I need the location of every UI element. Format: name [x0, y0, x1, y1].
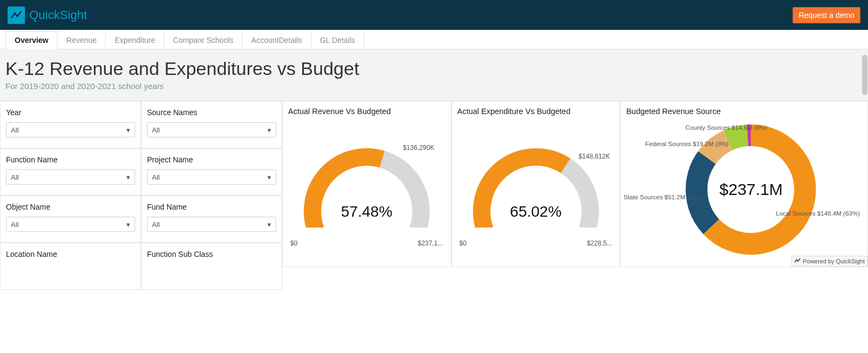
chevron-down-icon: ▾: [267, 126, 271, 134]
panel-title-revenue-source: Budgeted Revenue Source: [626, 107, 862, 116]
donut-revenue-source: $237.1M County Sources $14.6M (6%) Feder…: [626, 119, 862, 260]
filters-grid: Year All ▾ Source Names All ▾ Function N…: [0, 101, 282, 267]
filter-location-name: Location Name: [0, 243, 141, 290]
filter-function-name-value: All: [11, 173, 18, 181]
chevron-down-icon: ▾: [126, 220, 130, 229]
donut-label-state: State Sources $51.2M (22%): [623, 194, 678, 201]
filter-function-sub-class: Function Sub Class: [141, 243, 282, 290]
filter-object-name-value: All: [11, 220, 18, 229]
filter-function-name-label: Function Name: [6, 155, 135, 164]
tab-gl-details[interactable]: GL Details: [311, 31, 365, 49]
filter-function-sub-class-label: Function Sub Class: [147, 250, 276, 259]
donut-center-total: $237.1M: [719, 180, 783, 199]
filter-source-names: Source Names All ▾: [141, 101, 282, 148]
panel-actual-revenue-gauge: Actual Revenue Vs Budgeted $136,290K 57.…: [282, 101, 451, 267]
gauge-expenditure-max: $228,5...: [587, 239, 612, 247]
filter-object-name-dropdown[interactable]: All ▾: [6, 217, 135, 232]
filter-project-name-value: All: [152, 173, 159, 181]
gauge-expenditure-value-label: $148,612K: [578, 153, 610, 160]
tab-compare-schools[interactable]: Compare Schools: [164, 31, 242, 49]
donut-label-county: County Sources $14.6M (6%): [680, 124, 767, 131]
page-title: K-12 Revenue and Expenditures vs Budget: [5, 58, 863, 79]
gauge-expenditure-min: $0: [459, 239, 467, 247]
gauge-revenue-max: $237,1...: [418, 239, 443, 247]
filter-location-name-label: Location Name: [6, 250, 135, 259]
donut-label-federal: Federal Sources $19.2M (8%): [645, 141, 721, 148]
gauge-revenue-min: $0: [290, 239, 297, 247]
filter-source-names-label: Source Names: [147, 108, 276, 117]
panel-title-revenue: Actual Revenue Vs Budgeted: [288, 107, 445, 116]
chevron-down-icon: ▾: [267, 220, 271, 229]
page-subtitle: For 2019-2020 and 2020-2021 school years: [5, 81, 863, 91]
title-block: K-12 Revenue and Expenditures vs Budget …: [0, 49, 868, 101]
filter-project-name: Project Name All ▾: [141, 148, 282, 196]
filter-fund-name-dropdown[interactable]: All ▾: [147, 217, 276, 232]
tab-bar: Overview Revenue Expenditure Compare Sch…: [0, 30, 868, 49]
gauge-expenditure-percent: 65.02%: [457, 203, 615, 220]
filter-function-name: Function Name All ▾: [0, 148, 141, 196]
filter-source-names-dropdown[interactable]: All ▾: [147, 122, 276, 137]
scrollbar-thumb[interactable]: [862, 55, 867, 95]
tab-expenditure[interactable]: Expenditure: [106, 31, 164, 49]
filter-fund-name-label: Fund Name: [147, 203, 276, 211]
panel-actual-expenditure-gauge: Actual Expenditure Vs Budgeted $148,612K…: [451, 101, 621, 267]
donut-label-local: Local Sources $148.4M (63%): [776, 210, 860, 217]
filter-object-name: Object Name All ▾: [0, 196, 141, 243]
quicksight-mini-icon: [794, 257, 801, 265]
filter-fund-name-value: All: [152, 220, 159, 229]
powered-by-badge: Powered by QuickSight: [792, 256, 867, 267]
brand-name: QuickSight: [29, 8, 87, 22]
chevron-down-icon: ▾: [267, 173, 271, 181]
tab-revenue[interactable]: Revenue: [58, 31, 106, 49]
chevron-down-icon: ▾: [126, 126, 130, 134]
filter-function-name-dropdown[interactable]: All ▾: [6, 169, 135, 185]
top-bar: QuickSight Request a demo: [0, 0, 868, 30]
gauge-revenue-value-label: $136,290K: [403, 144, 435, 152]
tab-overview[interactable]: Overview: [5, 31, 58, 49]
filter-year-dropdown[interactable]: All ▾: [6, 122, 135, 137]
filter-project-name-dropdown[interactable]: All ▾: [147, 169, 276, 185]
filter-year: Year All ▾: [0, 101, 141, 148]
chevron-down-icon: ▾: [126, 173, 130, 181]
filter-fund-name: Fund Name All ▾: [141, 196, 282, 243]
gauge-revenue: $136,290K 57.48% $0 $237,1...: [288, 119, 445, 249]
brand: QuickSight: [8, 7, 87, 24]
powered-by-label: Powered by QuickSight: [803, 258, 865, 264]
panel-budgeted-revenue-source: Budgeted Revenue Source $237.1M County S…: [620, 101, 868, 267]
tab-account-details[interactable]: AccountDetails: [242, 31, 311, 49]
filter-object-name-label: Object Name: [6, 203, 135, 211]
filter-source-names-value: All: [152, 126, 159, 134]
filter-year-label: Year: [6, 108, 135, 117]
filter-year-value: All: [11, 126, 18, 134]
gauge-revenue-percent: 57.48%: [288, 203, 445, 220]
quicksight-logo-icon: [8, 7, 25, 24]
request-demo-button[interactable]: Request a demo: [793, 7, 860, 23]
filter-project-name-label: Project Name: [147, 155, 276, 164]
gauge-expenditure: $148,612K 65.02% $0 $228,5...: [457, 119, 615, 249]
content-row: Year All ▾ Source Names All ▾ Function N…: [0, 101, 868, 267]
panel-title-expenditure: Actual Expenditure Vs Budgeted: [457, 107, 615, 116]
